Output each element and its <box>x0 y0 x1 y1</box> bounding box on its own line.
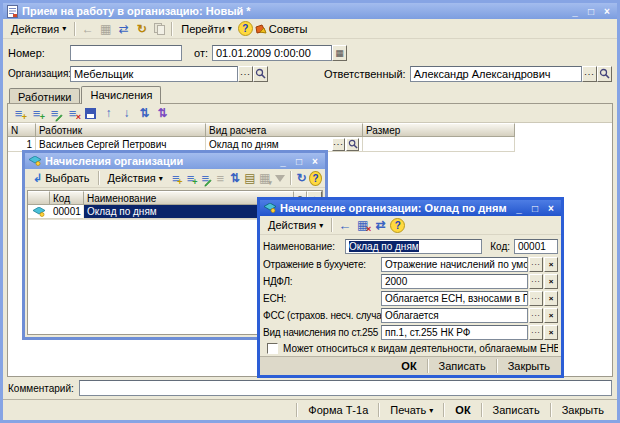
esn-input[interactable]: Облагается ЕСН, взносами в ПФР цел <box>381 291 528 306</box>
maximize-icon[interactable]: □ <box>585 6 597 17</box>
column-code[interactable]: Код <box>50 191 84 205</box>
responsible-open-button[interactable] <box>597 66 612 82</box>
select-button[interactable]: ↲ Выбрать <box>28 171 95 186</box>
minimize-icon[interactable]: _ <box>569 6 581 17</box>
delete-item-icon[interactable]: ≡ <box>213 170 227 186</box>
esn-pick-button[interactable]: ... <box>529 291 543 306</box>
maximize-icon[interactable]: □ <box>293 156 305 167</box>
tab-workers[interactable]: Работники <box>9 88 80 104</box>
edit-actions-menu-button[interactable]: Действия ▾ <box>263 218 328 232</box>
go-back-icon[interactable]: ← <box>336 217 353 233</box>
close-button[interactable]: Закрыть <box>554 403 612 417</box>
responsible-pick-button[interactable]: ... <box>582 66 597 82</box>
move-down-icon[interactable]: ↓ <box>118 105 135 121</box>
st255-pick-button[interactable]: ... <box>529 325 543 340</box>
envd-checkbox[interactable] <box>267 343 278 354</box>
copy-item-icon[interactable]: ≡+ <box>184 170 198 186</box>
fss-input[interactable]: Облагается <box>381 308 528 323</box>
copy-value-icon[interactable]: ▦▾ <box>258 170 272 186</box>
list-actions-menu-button[interactable]: Действия ▾ <box>103 171 168 185</box>
close-icon[interactable]: × <box>545 203 557 214</box>
code-input[interactable]: 00001 <box>514 239 558 254</box>
edit-titlebar[interactable]: Начисление организации: Оклад по дням _ … <box>260 200 561 216</box>
close-button[interactable]: Закрыть <box>500 359 558 373</box>
ndfl-clear-button[interactable]: × <box>544 274 558 289</box>
cell-size[interactable] <box>363 137 515 152</box>
structure-icon[interactable]: ▦ <box>97 21 114 37</box>
minimize-icon[interactable]: _ <box>513 203 525 214</box>
move-up-icon[interactable]: ↑ <box>100 105 117 121</box>
calc-pick-button[interactable]: ... <box>332 138 345 151</box>
responsible-input[interactable]: Александр Александрович <box>410 66 582 82</box>
show-in-list-icon[interactable]: ▦× <box>354 217 371 233</box>
fss-clear-button[interactable]: × <box>544 308 558 323</box>
refresh-icon[interactable]: ↻ <box>295 170 309 186</box>
reread-icon[interactable]: ↻ <box>133 21 150 37</box>
help-icon[interactable]: ? <box>238 21 253 36</box>
list-titlebar[interactable]: Начисления организации _ □ × <box>25 153 325 169</box>
cell-code[interactable]: 00001 <box>50 205 84 219</box>
tab-accruals[interactable]: Начисления <box>81 86 161 104</box>
ok-button[interactable]: ОК <box>447 403 478 417</box>
copy-row-icon[interactable]: ≡+ <box>28 105 45 121</box>
edit-item-icon[interactable]: ≡ <box>198 170 212 186</box>
sort-asc-icon[interactable]: ⇅ <box>136 105 153 121</box>
goto-menu-button[interactable]: Перейти ▾ <box>176 22 237 36</box>
number-input[interactable] <box>70 45 182 61</box>
accounting-input[interactable]: Отражение начислений по умолчанию <box>381 257 528 272</box>
save-button[interactable]: Записать <box>485 403 548 417</box>
column-size[interactable]: Размер <box>363 123 515 137</box>
save-row-icon[interactable] <box>82 105 99 121</box>
tab-strip: Работники Начисления <box>3 84 617 103</box>
copy-document-icon[interactable] <box>151 21 168 37</box>
help-icon[interactable]: ? <box>309 171 322 186</box>
back-icon[interactable]: ← <box>79 21 96 37</box>
organization-open-button[interactable] <box>253 66 268 82</box>
sort-desc-icon[interactable]: ⇅ <box>154 105 171 121</box>
calendar-button[interactable]: ▦ <box>332 45 347 61</box>
form-t1a-button[interactable]: Форма Т-1а <box>300 403 376 417</box>
field-row-st255: Вид начисления по ст.255 НК: пп.1, ст.25… <box>263 324 558 341</box>
print-button[interactable]: Печать ▾ <box>382 403 441 417</box>
organization-pick-button[interactable]: ... <box>238 66 253 82</box>
date-input[interactable]: 01.01.2009 0:00:00 <box>212 45 332 61</box>
column-worker[interactable]: Работник <box>36 123 206 137</box>
add-row-icon[interactable]: ≡+ <box>10 105 27 121</box>
comment-input[interactable] <box>79 380 612 396</box>
organization-input[interactable]: Мебельщик <box>70 66 238 82</box>
column-calc[interactable]: Вид расчета <box>206 123 363 137</box>
swap-icon[interactable]: ⇄ <box>372 217 389 233</box>
minimize-icon[interactable]: _ <box>277 156 289 167</box>
name-input[interactable]: Оклад по дням <box>345 239 482 254</box>
actions-menu-button[interactable]: Действия ▾ <box>6 22 71 36</box>
list-window-title: Начисления организации <box>45 155 273 167</box>
delete-row-icon[interactable]: ≡× <box>64 105 81 121</box>
main-window-title: Прием на работу в организацию: Новый * <box>22 5 565 17</box>
esn-clear-button[interactable]: × <box>544 291 558 306</box>
ndfl-input[interactable]: 2000 <box>381 274 528 289</box>
column-n[interactable]: N <box>8 123 36 137</box>
column-icon[interactable] <box>28 191 50 205</box>
calc-open-button[interactable] <box>346 138 359 151</box>
close-icon[interactable]: × <box>309 156 321 167</box>
swap-icon[interactable]: ⇄ <box>115 21 132 37</box>
help-icon[interactable]: ? <box>390 218 405 233</box>
close-icon[interactable]: × <box>601 6 613 17</box>
filter-icon[interactable] <box>273 170 287 186</box>
add-item-icon[interactable]: ≡+ <box>169 170 183 186</box>
sort-icon[interactable]: ⇅ <box>228 170 242 186</box>
maximize-icon[interactable]: □ <box>529 203 541 214</box>
accounting-clear-button[interactable]: × <box>544 257 558 272</box>
edit-row-icon[interactable]: ≡ <box>46 105 63 121</box>
st255-clear-button[interactable]: × <box>544 325 558 340</box>
ok-button[interactable]: ОК <box>393 359 424 373</box>
fss-pick-button[interactable]: ... <box>529 308 543 323</box>
hierarchy-icon[interactable]: ▤ <box>243 170 257 186</box>
st255-input[interactable]: пп.1, ст.255 НК РФ <box>381 325 528 340</box>
tips-button[interactable]: Советы <box>269 22 312 36</box>
ndfl-pick-button[interactable]: ... <box>529 274 543 289</box>
accounting-pick-button[interactable]: ... <box>529 257 543 272</box>
save-button[interactable]: Записать <box>431 359 494 373</box>
chevron-down-icon: ▾ <box>319 221 323 230</box>
main-titlebar[interactable]: Прием на работу в организацию: Новый * _… <box>3 3 617 19</box>
